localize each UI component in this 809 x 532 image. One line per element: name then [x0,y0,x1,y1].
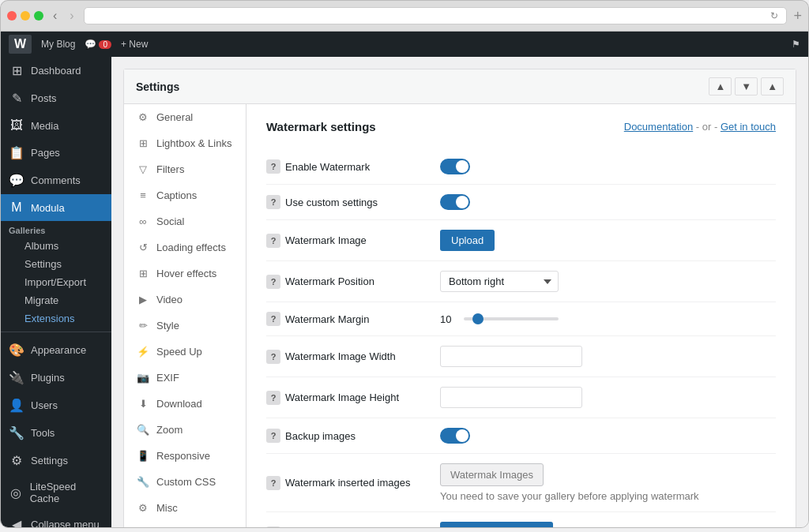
sidebar-item-posts[interactable]: ✎ Posts [1,84,111,112]
browser-forward-button[interactable]: › [66,7,77,24]
contact-link[interactable]: Get in touch [721,121,776,133]
backup-images-toggle[interactable] [440,428,470,444]
or-separator: - or - [696,121,721,133]
watermark-inserted-help[interactable]: ? [266,476,280,490]
custom-settings-text: Use custom settings [285,197,378,208]
nav-video[interactable]: ▶ Video [124,287,246,313]
nav-responsive[interactable]: 📱 Responsive [124,443,246,469]
nav-style-label: Style [156,320,179,332]
sidebar-sub-migrate[interactable]: Migrate [1,291,111,309]
sidebar-item-pages[interactable]: 📋 Pages [1,139,111,167]
minimize-dot[interactable] [21,11,30,21]
nav-filters[interactable]: ▽ Filters [124,156,246,182]
watermark-images-button[interactable]: Watermak Images [440,463,544,486]
enable-watermark-control [440,159,776,174]
sidebar-item-tools[interactable]: 🔧 Tools [1,419,111,447]
watermark-margin-slider[interactable] [464,317,559,320]
enable-watermark-help[interactable]: ? [266,159,280,174]
custom-settings-toggle[interactable] [440,194,470,210]
nav-hover[interactable]: ⊞ Hover effects [124,260,246,287]
nav-speedup[interactable]: ⚡ Speed Up [124,339,246,365]
sidebar-item-collapse[interactable]: ◀ Collapse menu [1,511,111,527]
watermark-inserted-text: Watermark inserted images [285,477,410,489]
sidebar-item-media[interactable]: 🖼 Media [1,112,111,139]
watermark-position-select[interactable]: Top left Top center Top right Center lef… [440,271,559,292]
section-header: Watermark settings Documentation - or - … [266,120,776,133]
sidebar-item-litespeed[interactable]: ◎ LiteSpeed Cache [1,474,111,511]
sidebar-sub-import-export[interactable]: Import/Export [1,273,111,291]
nav-social[interactable]: ∞ Social [124,208,246,234]
field-watermark-inserted: ? Watermark inserted images Watermak Ima… [266,454,776,512]
nav-lightbox[interactable]: ⊞ Lightbox & Links [124,130,246,156]
upload-button[interactable]: Upload [440,230,495,251]
enable-watermark-toggle[interactable] [440,159,470,174]
sidebar-item-settings[interactable]: ⚙ Settings [1,447,111,474]
watermark-image-text: Watermark Image [285,234,367,246]
sidebar-label-posts: Posts [31,92,57,104]
nav-misc[interactable]: ⚙ Misc [124,495,246,521]
nav-social-label: Social [156,215,184,227]
sidebar-item-users[interactable]: 👤 Users [1,392,111,419]
sidebar-sub-extensions[interactable]: Extensions [1,309,111,328]
watermark-margin-text: Watermark Margin [285,313,369,325]
maximize-dot[interactable] [34,11,43,21]
nav-customcss-label: Custom CSS [156,476,216,488]
field-watermark-height: ? Watermark Image Height [266,377,776,418]
nav-down-button[interactable]: ▼ [735,77,758,96]
sidebar-item-dashboard[interactable]: ⊞ Dashboard [1,57,111,84]
loading-icon: ↺ [136,242,150,253]
nav-style[interactable]: ✏ Style [124,313,246,339]
backup-images-help[interactable]: ? [266,429,280,443]
watermark-width-input[interactable] [440,346,582,367]
browser-back-button[interactable]: ‹ [50,7,60,24]
watermark-image-help[interactable]: ? [266,234,280,248]
field-custom-settings: ? Use custom settings [266,185,776,220]
sidebar-sub-settings[interactable]: Settings [1,255,111,273]
style-icon: ✏ [136,320,150,332]
sidebar-item-comments[interactable]: 💬 Comments [1,167,111,194]
nav-slideshow[interactable]: ⊞ Slideshow [124,521,246,527]
nav-close-button[interactable]: ▲ [761,77,784,96]
watermark-margin-help[interactable]: ? [266,312,280,326]
sidebar-item-appearance[interactable]: 🎨 Appearance [1,336,111,364]
nav-customcss[interactable]: 🔧 Custom CSS [124,469,246,495]
plugins-icon: 🔌 [9,370,24,385]
sidebar-label-tools: Tools [31,427,55,439]
watermark-height-help[interactable]: ? [266,391,280,405]
download-icon: ⬇ [136,398,150,410]
remove-watermark-button[interactable]: Remove Watermark [440,522,553,527]
appearance-icon: 🎨 [9,343,24,358]
sidebar-sub-albums[interactable]: Albums [1,237,111,255]
watermark-height-input[interactable] [440,387,582,408]
watermark-width-help[interactable]: ? [266,350,280,364]
nav-zoom-label: Zoom [156,424,182,436]
nav-up-button[interactable]: ▲ [709,77,732,96]
address-bar[interactable]: ↻ [84,7,788,24]
remove-watermark-help[interactable]: ? [266,526,280,528]
new-label: + New [121,39,148,50]
wp-logo[interactable]: W [9,35,32,54]
wp-logo-icon: W [14,37,26,51]
new-tab-button[interactable]: + [793,8,802,24]
nav-captions[interactable]: ≡ Captions [124,182,246,208]
sidebar-item-modula[interactable]: M Modula [1,194,111,221]
close-dot[interactable] [7,11,17,21]
nav-loading[interactable]: ↺ Loading effects [124,234,246,260]
sidebar-label-dashboard: Dashboard [31,65,81,77]
new-content-button[interactable]: + New [121,39,148,50]
custom-settings-help[interactable]: ? [266,195,280,209]
nav-download[interactable]: ⬇ Download [124,391,246,417]
nav-general[interactable]: ⚙ General [124,104,246,130]
documentation-link[interactable]: Documentation [624,121,693,133]
site-name-link[interactable]: My Blog [41,39,75,50]
backup-images-text: Backup images [285,430,356,442]
comments-link[interactable]: 💬 0 [85,39,111,50]
watermark-position-help[interactable]: ? [266,275,280,289]
howdy-link[interactable]: ⚑ [792,39,800,50]
nav-zoom[interactable]: 🔍 Zoom [124,417,246,443]
nav-exif[interactable]: 📷 EXIF [124,365,246,391]
refresh-icon[interactable]: ↻ [770,10,778,21]
sidebar-item-plugins[interactable]: 🔌 Plugins [1,364,111,392]
settings-left-nav: ⚙ General ⊞ Lightbox & Links ▽ Filters [124,104,246,527]
nav-misc-label: Misc [156,502,178,514]
